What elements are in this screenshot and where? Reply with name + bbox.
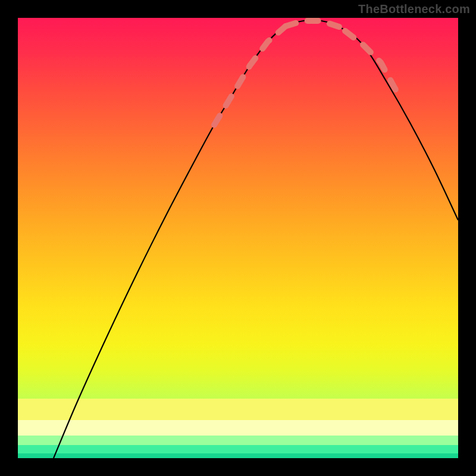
dash-dashed-right: [345, 31, 399, 95]
chart-frame: TheBottleneck.com: [0, 0, 476, 476]
plot-area: [18, 18, 458, 458]
dash-dashed-left: [214, 26, 286, 125]
dash-dashed-bottom: [286, 21, 339, 27]
curve-svg: [18, 18, 458, 458]
curve-bottleneck-curve: [54, 20, 458, 458]
watermark-text: TheBottleneck.com: [358, 2, 470, 16]
